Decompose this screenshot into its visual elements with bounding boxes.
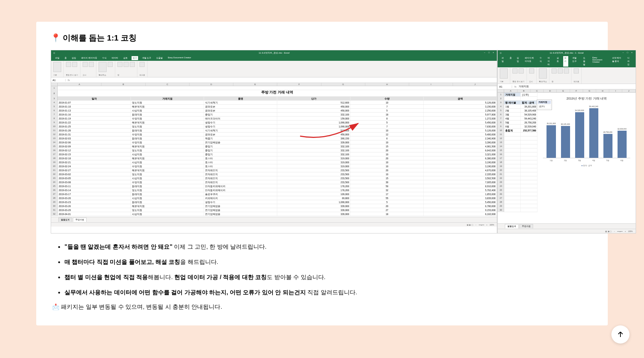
table-row: 282019-03-20사상지점커피메이커69,800553,839,000 — [51, 196, 497, 200]
table-row: 302019-03-26해운대지점전기압력밥솥339,000206,780,00… — [51, 204, 497, 208]
excel-window-left: 11-3.피벗차트_완성.xlsx - Excel −□× 파일홈삽입페이지 레… — [51, 50, 497, 233]
table-row: 92019-01-22해운대지점냉장수기1,090,00055,450,000 — [51, 121, 497, 125]
scroll-top-button[interactable] — [611, 325, 630, 344]
ribbon-tab: 검토 — [556, 56, 561, 67]
note: 📩 패키지는 일부 변동될 수 있으며, 변동될 시 충분히 안내됩니다. — [51, 303, 636, 311]
table-row: 72019-01-16동래지점중탕기332,100185,977,800 — [51, 113, 497, 117]
table-row: 242019-03-08수영지점전자레인지233,500307,005,000 — [51, 180, 497, 184]
chart-bar: 28,758,200 — [603, 131, 612, 158]
ribbon-tab: 수식 — [101, 56, 108, 60]
table-row: 202019-02-24수영지점토스터319,000103,190,000 — [51, 164, 497, 168]
ribbon: 기본 통합 문서 보기 표시 확대/축소 창 매크로 — [51, 61, 497, 77]
autosave-icon — [500, 52, 502, 54]
ribbon-tab: 삽입 — [71, 56, 77, 60]
chart-bar: 54,529,900 — [575, 109, 584, 158]
ribbon-tab: 디자인 — [626, 56, 632, 67]
chart-bar: 39,201,800 — [547, 122, 556, 158]
ribbon-tab: 도움말 — [582, 56, 588, 67]
ribbon-tab: 페이지 레이아웃 — [524, 56, 536, 67]
table-row: 262019-03-14영도지점반자동커피메이커178,200325,702,4… — [51, 188, 497, 192]
arrow-up-icon — [617, 331, 624, 338]
sheet-tab: 주방가전 — [519, 224, 533, 228]
pivot-row: 85월28,758,200 — [498, 121, 537, 125]
bullet-item: 챕터 별 미션을 현업에 직접 적용해봅니다. 현업 데이터 가공 / 적용에 … — [58, 273, 636, 282]
sheet-tabs: 월별집계주방가전 — [498, 223, 635, 229]
minimize-icon: − — [623, 51, 626, 54]
section-title: 📍 이해를 돕는 1:1 코칭 — [51, 33, 636, 43]
ribbon-tabs: 파일홈삽입페이지 레이아웃수식데이터검토보기개발 도구도움말Easy Docum… — [51, 55, 497, 61]
ribbon-tab: 파일 — [500, 56, 506, 67]
ribbon-tab: 피벗 테이블 분석 — [611, 56, 624, 67]
excel-window-right: 11-3.피벗차트_완성.xlsx - 1 - Excel −□× 파일홈삽입페… — [497, 50, 636, 233]
chart-legend: 합계 : 금액 — [543, 164, 630, 167]
ribbon-tab: 홈 — [63, 56, 68, 60]
ribbon-tab: 수식 — [539, 56, 544, 67]
table-row: 312019-03-29영도지점전기압력밥솥339,000279,153,000 — [51, 208, 497, 212]
table-row: 232019-03-05사상지점전자레인지233,500153,502,500 — [51, 176, 497, 180]
excel-screenshots: 11-3.피벗차트_완성.xlsx - Excel −□× 파일홈삽입페이지 레… — [51, 50, 636, 233]
table-row: 152019-02-09해운대지점중탕기332,100154,981,500 — [51, 144, 497, 148]
table-row: 292019-03-23동래지점냉장수기1,090,00055,450,000 — [51, 200, 497, 204]
ribbon-tab: Easy Document Creator — [167, 56, 192, 60]
sheet-tab: 주방가전 — [73, 218, 87, 222]
ribbon-tab: 개발 도구 — [571, 56, 579, 67]
ribbon-tab: 파일 — [54, 56, 61, 60]
ribbon-tabs: 파일홈삽입페이지 레이아웃수식데이터검토보기개발 도구도움말Easy Docum… — [498, 55, 635, 67]
title-bar: 11-3.피벗차트_완성.xlsx - Excel −□× — [51, 50, 497, 55]
bullet-item: "들을 땐 알겠는데 혼자서 하려면 안 돼요" 이제 그 고민, 한 방에 날… — [58, 243, 636, 251]
pivot-row: 41월39,201,800 — [498, 105, 537, 109]
table-row: 42019-01-07영도지점식기세척기512,600105,126,000 — [51, 101, 497, 105]
close-icon: × — [631, 51, 634, 54]
chart-bar: 59,443,240 — [589, 105, 598, 158]
table-row: 162019-02-12영도지점중탕기332,100206,642,000 — [51, 148, 497, 152]
table-row: 102019-01-25영도지점냉장수기1,090,00077,630,000 — [51, 125, 497, 129]
ribbon-tab: Easy Document Creator — [591, 56, 608, 67]
table-row: 132019-02-03동래지점착즙기390,15062,340,900 — [51, 136, 497, 140]
table-row: 62019-01-13사상지점광파오븐450,00052,250,000 — [51, 109, 497, 113]
chart-title: 2019년 주방 가전 거래 내역 — [543, 96, 630, 101]
ribbon-tab: 검토 — [122, 56, 129, 60]
bullet-list: "들을 땐 알겠는데 혼자서 하려면 안 돼요" 이제 그 고민, 한 방에 날… — [51, 243, 636, 297]
view-icons: ▦ ▣ ▢ — [467, 224, 473, 226]
pivot-row: 74월59,443,240 — [498, 117, 537, 121]
chart-bar: 38,105,400 — [561, 123, 570, 158]
bullet-item: 매 챕터마다 직접 미션을 풀어보고, 해설 코칭을 해드립니다. — [58, 258, 636, 266]
maximize-icon: □ — [627, 51, 630, 54]
sheet-tab: 월별집계 — [505, 224, 519, 228]
ribbon-tab: 보기 — [132, 56, 138, 60]
ribbon-tab: 데이터 — [547, 56, 553, 67]
autosave-icon — [53, 52, 55, 54]
table-row: 252019-03-11동래지점반자동커피메이커178,200508,910,0… — [51, 184, 497, 188]
ribbon-tab: 보기 — [563, 56, 568, 67]
minimize-icon: − — [484, 51, 487, 54]
table-row: 322019-04-01사상지점전기압력밥솥339,000186,102,000 — [51, 212, 497, 216]
slicer: 거래지점 (모두) — [537, 100, 552, 110]
table-title: 주방 가전 거래 내역 — [58, 90, 497, 96]
pivot-row: 63월54,529,900 — [498, 113, 537, 117]
ribbon: 기본 통합 문서 보기 표시 확대/축소 창 매크로 — [498, 67, 635, 84]
chart-bar: 32,539,040 — [618, 128, 627, 158]
macro-icon — [140, 62, 145, 67]
pin-icon: 📍 — [51, 33, 61, 43]
ribbon-tab: 도움말 — [155, 56, 164, 60]
fx-icon: fx — [512, 85, 518, 88]
sheet-tab: 월별집계 — [58, 218, 72, 222]
table-row: 272019-03-17동래지점슬로우쿠커109,000171,853,000 — [51, 192, 497, 196]
title-bar: 11-3.피벗차트_완성.xlsx - 1 - Excel −□× — [498, 50, 635, 55]
pivot-table: 1거래지점(모두) 2 3행 레이블합계 : 금액 41월39,201,8005… — [498, 93, 537, 223]
formula-bar: A1 fx — [51, 77, 497, 83]
pivot-row: 96월32,539,040 — [498, 125, 537, 129]
ribbon-tab: 데이터 — [111, 56, 119, 60]
pivot-row: 52월38,105,400 — [498, 109, 537, 113]
table-row: 82019-01-19수영지점에어프라이어159,00081,272,000 — [51, 117, 497, 121]
table-row: 112019-01-28동래지점식기세척기512,600105,126,000 — [51, 129, 497, 132]
maximize-icon: □ — [488, 51, 491, 54]
bullet-item: 실무에서 사용하는 데이터에 어떤 함수를 걸어 가공해야 하는지, 어떤 오류… — [58, 288, 636, 297]
ribbon-tab: 페이지 레이아웃 — [80, 56, 98, 60]
table-row: 122019-01-31수영지점광파오븐450,000125,400,000 — [51, 132, 497, 136]
table-row: 182019-02-18해운대지점토스터319,000206,380,000 — [51, 156, 497, 160]
zoom-icon — [99, 62, 107, 72]
table-row: 222019-03-02영도지점전자레인지233,500102,335,000 — [51, 172, 497, 176]
fx-icon: fx — [66, 79, 72, 81]
table-row: 192019-02-21사상지점토스터319,000103,190,000 — [51, 160, 497, 164]
